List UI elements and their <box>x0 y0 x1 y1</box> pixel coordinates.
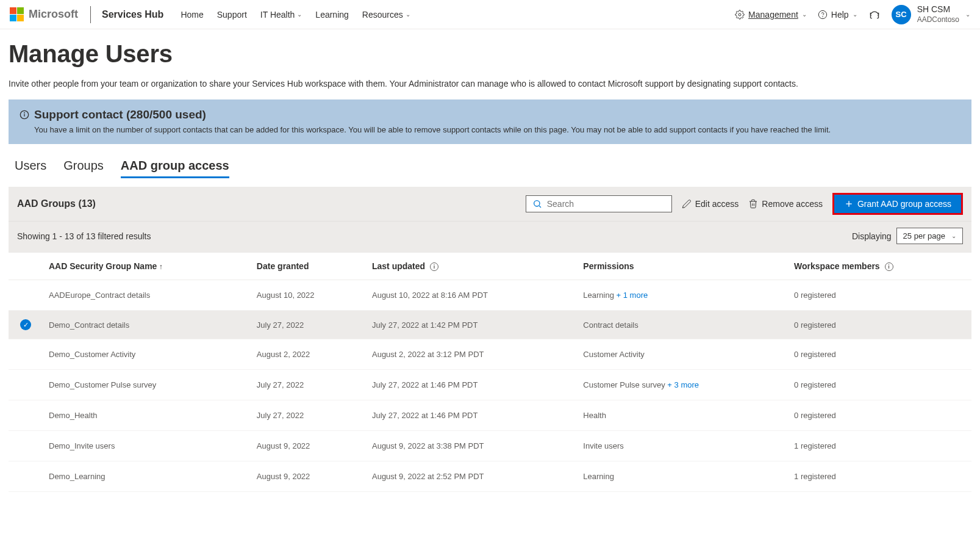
edit-access-button[interactable]: Edit access <box>682 199 739 209</box>
col-members[interactable]: Workspace members i <box>788 253 971 280</box>
cell-last-updated: August 9, 2022 at 2:52 PM PDT <box>366 461 577 492</box>
cell-group-name: Demo_Learning <box>43 461 251 492</box>
cell-last-updated: August 2, 2022 at 3:12 PM PDT <box>366 339 577 370</box>
cell-members: 0 registered <box>788 400 971 431</box>
grant-aad-group-access-button[interactable]: Grant AAD group access <box>832 193 963 215</box>
header: Microsoft Services Hub Home Support IT H… <box>0 0 980 29</box>
avatar: SC <box>892 5 911 24</box>
microsoft-logo[interactable]: Microsoft <box>10 7 90 21</box>
page-size-control: Displaying 25 per page ⌄ <box>852 228 963 244</box>
table-row[interactable]: ✓Demo_Contract detailsJuly 27, 2022July … <box>9 311 971 339</box>
cell-date-granted: August 9, 2022 <box>251 461 366 492</box>
tab-users[interactable]: Users <box>15 159 46 178</box>
page-size-value: 25 per page <box>903 231 945 240</box>
notice-body: You have a limit on the number of suppor… <box>20 125 960 134</box>
col-name[interactable]: AAD Security Group Name <box>43 253 251 280</box>
remove-access-button[interactable]: Remove access <box>748 199 823 209</box>
nav-ithealth[interactable]: IT Health ⌄ <box>260 10 302 20</box>
row-checkbox[interactable] <box>20 289 31 300</box>
chevron-down-icon: ⌄ <box>406 11 410 18</box>
cell-group-name: Demo_Contract details <box>43 311 251 339</box>
nav-resources[interactable]: Resources ⌄ <box>362 10 410 20</box>
svg-point-1 <box>818 10 826 18</box>
permissions-more-link[interactable]: + 1 more <box>617 291 648 300</box>
notice-title: Support contact (280/500 used) <box>20 108 960 121</box>
showing-results: Showing 1 - 13 of 13 filtered results <box>17 231 151 241</box>
help-menu[interactable]: Help ⌄ <box>818 10 857 20</box>
trash-icon <box>748 199 758 209</box>
col-date-granted[interactable]: Date granted <box>251 253 366 280</box>
table-row[interactable]: Demo_HealthJuly 27, 2022July 27, 2022 at… <box>9 400 971 431</box>
chevron-down-icon: ⌄ <box>297 11 302 18</box>
row-checkbox[interactable] <box>20 409 31 420</box>
col-last-updated-label: Last updated <box>372 261 425 271</box>
page-description: Invite other people from your team or or… <box>9 79 971 89</box>
cell-group-name: Demo_Health <box>43 400 251 431</box>
chevron-down-icon: ⌄ <box>951 233 956 239</box>
results-toolbar: Showing 1 - 13 of 13 filtered results Di… <box>9 221 971 253</box>
cell-last-updated: August 9, 2022 at 3:38 PM PDT <box>366 431 577 461</box>
info-icon[interactable]: i <box>885 262 893 271</box>
nav-learning[interactable]: Learning <box>315 10 349 20</box>
col-select <box>9 253 43 280</box>
col-permissions[interactable]: Permissions <box>577 253 788 280</box>
cell-permissions: Contract details <box>577 311 788 339</box>
svg-point-6 <box>534 201 539 206</box>
cell-members: 1 registered <box>788 461 971 492</box>
search-box[interactable] <box>526 195 672 212</box>
row-checkbox[interactable] <box>20 378 31 389</box>
svg-point-0 <box>739 13 741 16</box>
nav-ithealth-label: IT Health <box>260 10 295 20</box>
management-label: Management <box>748 10 798 20</box>
chevron-down-icon: ⌄ <box>853 11 857 18</box>
nav-support[interactable]: Support <box>217 10 247 20</box>
headset-icon <box>868 9 881 21</box>
svg-point-2 <box>822 16 823 17</box>
help-label: Help <box>831 10 849 20</box>
table-row[interactable]: AADEurope_Contract detailsAugust 10, 202… <box>9 280 971 311</box>
tabs: Users Groups AAD group access <box>9 159 971 178</box>
cell-last-updated: August 10, 2022 at 8:16 AM PDT <box>366 280 577 311</box>
management-menu[interactable]: Management ⌄ <box>735 10 807 20</box>
page-title: Manage Users <box>9 40 971 68</box>
toolbar-title: AAD Groups (13) <box>17 198 96 209</box>
user-name: SH CSM <box>917 4 959 15</box>
aad-groups-table: AAD Security Group Name Date granted Las… <box>9 253 971 492</box>
info-icon[interactable]: i <box>430 262 438 271</box>
search-icon <box>532 199 542 209</box>
support-contact-notice: Support contact (280/500 used) You have … <box>9 99 971 144</box>
cell-permissions: Health <box>577 400 788 431</box>
remove-access-label: Remove access <box>762 199 823 209</box>
cell-last-updated: July 27, 2022 at 1:46 PM PDT <box>366 400 577 431</box>
tab-aad-group-access[interactable]: AAD group access <box>121 159 229 178</box>
cell-last-updated: July 27, 2022 at 1:42 PM PDT <box>366 311 577 339</box>
help-icon <box>818 10 828 20</box>
microsoft-brand-text: Microsoft <box>29 8 78 21</box>
page-size-select[interactable]: 25 per page ⌄ <box>896 228 963 244</box>
table-row[interactable]: Demo_Invite usersAugust 9, 2022August 9,… <box>9 431 971 461</box>
row-checkbox[interactable]: ✓ <box>20 319 31 330</box>
table-row[interactable]: Demo_LearningAugust 9, 2022August 9, 202… <box>9 461 971 492</box>
col-members-label: Workspace members <box>794 261 880 271</box>
col-last-updated[interactable]: Last updated i <box>366 253 577 280</box>
search-input[interactable] <box>547 199 665 209</box>
cell-members: 0 registered <box>788 370 971 400</box>
row-checkbox[interactable] <box>20 439 31 450</box>
cell-permissions: Customer Activity <box>577 339 788 370</box>
cell-permissions: Learning + 1 more <box>577 280 788 311</box>
table-row[interactable]: Demo_Customer Pulse surveyJuly 27, 2022J… <box>9 370 971 400</box>
nav-home[interactable]: Home <box>181 10 203 20</box>
cell-group-name: Demo_Customer Activity <box>43 339 251 370</box>
table-row[interactable]: Demo_Customer ActivityAugust 2, 2022Augu… <box>9 339 971 370</box>
cell-group-name: Demo_Customer Pulse survey <box>43 370 251 400</box>
tab-groups[interactable]: Groups <box>63 159 104 178</box>
row-checkbox[interactable] <box>20 470 31 481</box>
app-name[interactable]: Services Hub <box>102 9 163 20</box>
row-checkbox[interactable] <box>20 348 31 359</box>
nav-resources-label: Resources <box>362 10 403 20</box>
cell-permissions: Learning <box>577 461 788 492</box>
permissions-more-link[interactable]: + 3 more <box>667 380 699 389</box>
cell-date-granted: July 27, 2022 <box>251 400 366 431</box>
account-menu[interactable]: SC SH CSM AADContoso ⌄ <box>892 4 970 24</box>
contact-icon-button[interactable] <box>868 9 881 21</box>
